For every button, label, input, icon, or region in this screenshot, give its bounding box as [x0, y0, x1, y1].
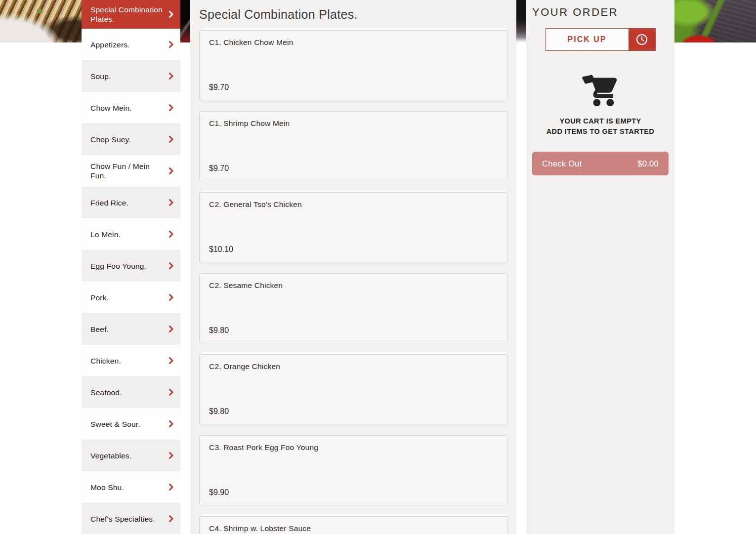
checkout-total: $0.00: [637, 159, 659, 168]
menu-item-name: C2. Sesame Chicken: [209, 281, 498, 290]
hero-photo-dark-strip: [180, 0, 190, 42]
sidebar-item-label: Soup.: [90, 72, 169, 81]
clock-icon: [635, 33, 649, 46]
sidebar-item-chefs-specialties[interactable]: Chef's Specialties.: [82, 503, 180, 534]
chevron-right-icon: [169, 452, 173, 459]
sidebar-item-label: Vegetables.: [90, 451, 169, 460]
menu-item-price: $10.10: [209, 245, 233, 254]
chevron-right-icon: [169, 357, 173, 364]
chevron-right-icon: [169, 262, 173, 269]
order-panel-title: YOUR ORDER: [532, 6, 674, 19]
menu-item-card[interactable]: C2. General Tso's Chicken $10.10: [199, 192, 507, 262]
shopping-cart-icon: [578, 69, 623, 108]
chevron-right-icon: [169, 73, 173, 80]
menu-item-card[interactable]: C4. Shrimp w. Lobster Sauce: [199, 516, 507, 534]
order-panel: YOUR ORDER PICK UP YOUR CART IS EMPTY AD…: [526, 0, 674, 534]
menu-item-name: C1. Chicken Chow Mein: [209, 38, 498, 47]
menu-item-card[interactable]: C3. Roast Pork Egg Foo Young $9.90: [199, 435, 507, 505]
menu-item-price: $9.80: [209, 407, 229, 416]
hero-photo-dark-strip-2: [516, 0, 526, 42]
chevron-right-icon: [169, 294, 173, 301]
sidebar-item-chop-suey[interactable]: Chop Suey.: [82, 123, 180, 155]
category-sidebar: Special Combination Plates. Appetizers. …: [82, 0, 180, 534]
sidebar-item-moo-shu[interactable]: Moo Shu.: [82, 471, 180, 503]
sidebar-item-label: Chow Mein.: [90, 103, 169, 113]
chevron-right-icon: [169, 41, 173, 48]
sidebar-item-special-combination-plates[interactable]: Special Combination Plates.: [82, 0, 180, 29]
chevron-right-icon: [169, 11, 173, 18]
menu-item-name: C2. General Tso's Chicken: [209, 200, 498, 209]
pickup-button-label: PICK UP: [546, 29, 629, 50]
menu-item-price: $9.70: [209, 83, 229, 92]
sidebar-item-beef[interactable]: Beef.: [82, 313, 180, 345]
menu-item-price: $9.80: [209, 326, 229, 335]
chevron-right-icon: [169, 420, 173, 427]
sidebar-item-chow-mein[interactable]: Chow Mein.: [82, 92, 180, 123]
chevron-right-icon: [169, 326, 173, 332]
sidebar-item-chicken[interactable]: Chicken.: [82, 345, 180, 376]
sidebar-item-label: Chicken.: [90, 356, 169, 366]
sidebar-item-label: Pork.: [90, 293, 169, 302]
sidebar-item-fried-rice[interactable]: Fried Rice.: [82, 187, 180, 218]
pickup-time-button[interactable]: [629, 29, 655, 50]
sidebar-item-pork[interactable]: Pork.: [82, 282, 180, 313]
page-title: Special Combination Plates.: [190, 0, 516, 30]
chevron-right-icon: [169, 231, 173, 238]
menu-item-price: $9.90: [209, 488, 229, 497]
chevron-right-icon: [169, 389, 173, 396]
chevron-right-icon: [169, 484, 173, 491]
sidebar-item-label: Appetizers.: [90, 40, 169, 49]
empty-cart-message-line2: ADD ITEMS TO GET STARTED: [526, 126, 674, 137]
menu-item-name: C1. Shrimp Chow Mein: [209, 119, 498, 128]
sidebar-item-label: Beef.: [90, 325, 169, 334]
menu-item-card[interactable]: C2. Orange Chicken $9.80: [199, 354, 507, 424]
sidebar-item-chow-fun-mein-fun[interactable]: Chow Fun / Mein Fun.: [82, 155, 180, 187]
sidebar-item-label: Chow Fun / Mein Fun.: [90, 162, 169, 180]
chevron-right-icon: [169, 199, 173, 206]
menu-item-name: C2. Orange Chicken: [209, 362, 498, 371]
sidebar-item-label: Special Combination Plates.: [90, 5, 169, 24]
menu-item-name: C4. Shrimp w. Lobster Sauce: [209, 524, 498, 533]
chevron-right-icon: [169, 515, 173, 522]
pickup-button[interactable]: PICK UP: [546, 28, 656, 51]
sidebar-item-label: Seafood.: [90, 388, 169, 397]
sidebar-item-vegetables[interactable]: Vegetables.: [82, 440, 180, 471]
checkout-button-label: Check Out: [542, 159, 582, 168]
menu-column: Special Combination Plates. C1. Chicken …: [190, 0, 516, 534]
chevron-right-icon: [169, 136, 173, 143]
sidebar-item-lo-mein[interactable]: Lo Mein.: [82, 218, 180, 250]
sidebar-item-label: Chop Suey.: [90, 135, 169, 144]
sidebar-item-appetizers[interactable]: Appetizers.: [82, 29, 180, 60]
sidebar-item-seafood[interactable]: Seafood.: [82, 376, 180, 408]
menu-item-card[interactable]: C1. Chicken Chow Mein $9.70: [199, 30, 507, 100]
sidebar-item-label: Moo Shu.: [90, 483, 169, 492]
hero-photo-vegetables: [674, 0, 756, 42]
menu-item-price: $9.70: [209, 164, 229, 173]
empty-cart-message-line1: YOUR CART IS EMPTY: [526, 116, 674, 126]
menu-item-name: C3. Roast Pork Egg Foo Young: [209, 443, 498, 452]
checkout-button[interactable]: Check Out $0.00: [532, 152, 669, 175]
empty-cart-illustration: [526, 69, 674, 108]
menu-item-card[interactable]: C1. Shrimp Chow Mein $9.70: [199, 111, 507, 181]
chevron-right-icon: [169, 167, 173, 174]
chevron-right-icon: [169, 104, 173, 111]
sidebar-item-sweet-and-sour[interactable]: Sweet & Sour.: [82, 408, 180, 440]
sidebar-item-label: Lo Mein.: [90, 230, 169, 239]
sidebar-item-label: Sweet & Sour.: [90, 419, 169, 429]
menu-item-card[interactable]: C2. Sesame Chicken $9.80: [199, 273, 507, 343]
sidebar-item-egg-foo-young[interactable]: Egg Foo Young.: [82, 250, 180, 282]
sidebar-item-soup[interactable]: Soup.: [82, 60, 180, 92]
sidebar-item-label: Chef's Specialties.: [90, 514, 169, 524]
sidebar-item-label: Egg Foo Young.: [90, 261, 169, 271]
sidebar-item-label: Fried Rice.: [90, 198, 169, 207]
